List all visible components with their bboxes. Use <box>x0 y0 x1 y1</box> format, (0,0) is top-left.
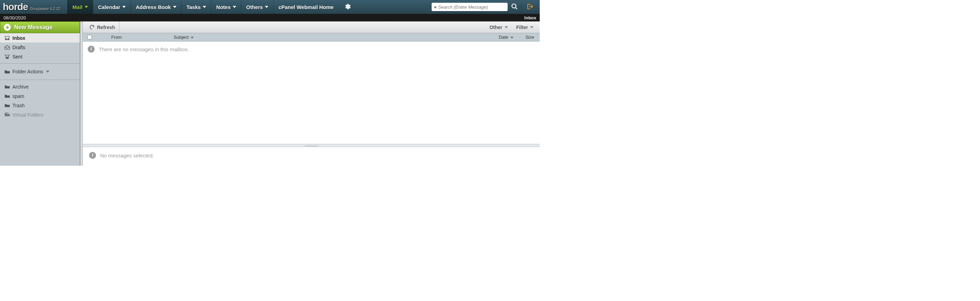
no-selection-text: No messages selected. <box>100 152 154 159</box>
select-all-cell[interactable] <box>83 35 96 40</box>
new-message-button[interactable]: + New Message <box>0 21 80 33</box>
search-button[interactable] <box>508 3 522 11</box>
folder-icon <box>3 94 11 98</box>
nav-item-calendar[interactable]: Calendar <box>93 0 130 14</box>
chevron-down-icon <box>233 6 236 8</box>
sidebar: + New Message Inbox Drafts Sent Folder A… <box>0 21 80 166</box>
nav-label: Tasks <box>186 4 200 10</box>
folder-icon <box>3 85 11 89</box>
chevron-down-icon <box>173 6 177 8</box>
chevron-down-icon <box>191 35 194 40</box>
current-mailbox: Inbox <box>524 15 536 21</box>
column-subject-label: Subject <box>174 35 189 40</box>
sent-icon <box>3 54 11 59</box>
logout-button[interactable] <box>522 3 538 11</box>
search-icon <box>511 3 518 11</box>
folder-actions-button[interactable]: Folder Actions <box>0 66 80 77</box>
chevron-down-icon <box>203 6 206 8</box>
folder-label: Trash <box>13 103 24 108</box>
nav-item-tasks[interactable]: Tasks <box>181 0 211 14</box>
preview-resize-handle[interactable] <box>83 144 540 147</box>
no-selection-notice: i No messages selected. <box>83 147 540 164</box>
nav-label: Calendar <box>98 4 120 10</box>
search-area <box>432 3 540 11</box>
inbox-icon <box>3 36 11 40</box>
empty-mailbox-notice: i There are no messages in this mailbox. <box>83 42 540 57</box>
nav-items: Mail Calendar Address Book Tasks Notes O… <box>67 0 356 14</box>
info-icon: i <box>89 152 96 159</box>
folder-icon <box>3 69 11 74</box>
nav-label: Mail <box>73 4 83 10</box>
sidebar-item-virtual-folders[interactable]: Virtual Folders <box>0 110 80 119</box>
brand-tagline: Groupware 5.2.22 <box>30 6 60 11</box>
drafts-icon <box>3 45 11 50</box>
column-size-label: Size <box>525 35 534 40</box>
info-icon: i <box>88 46 95 53</box>
folder-actions-label: Folder Actions <box>13 69 43 74</box>
chevron-down-icon <box>530 26 533 28</box>
select-all-checkbox[interactable] <box>88 35 92 40</box>
mail-toolbar: Refresh Other Filter <box>83 21 540 33</box>
svg-marker-4 <box>233 6 236 8</box>
svg-marker-14 <box>511 37 514 39</box>
nav-item-cpanel-webmail-home[interactable]: cPanel Webmail Home <box>273 0 339 14</box>
nav-item-address-book[interactable]: Address Book <box>130 0 181 14</box>
nav-item-others[interactable]: Others <box>241 0 273 14</box>
settings-button[interactable] <box>339 0 356 14</box>
svg-marker-2 <box>173 6 177 8</box>
filter-label: Filter <box>516 24 528 30</box>
column-from-label: From <box>111 35 122 40</box>
folder-label: Inbox <box>13 35 25 41</box>
nav-item-notes[interactable]: Notes <box>211 0 241 14</box>
divider <box>0 80 80 80</box>
nav-label: Notes <box>216 4 231 10</box>
folder-label: Sent <box>13 54 22 59</box>
chevron-down-icon <box>46 70 49 73</box>
chevron-down-icon[interactable] <box>434 4 437 10</box>
sidebar-item-spam[interactable]: spam <box>0 91 80 101</box>
column-date-label: Date <box>499 35 508 40</box>
other-label: Other <box>489 24 502 30</box>
divider <box>0 63 80 64</box>
logout-icon <box>526 3 533 11</box>
nav-item-mail[interactable]: Mail <box>67 0 93 14</box>
search-box[interactable] <box>432 3 508 11</box>
plus-icon: + <box>4 24 11 31</box>
svg-marker-12 <box>530 26 533 28</box>
svg-marker-13 <box>191 37 194 39</box>
refresh-label: Refresh <box>97 24 115 30</box>
preview-pane: i No messages selected. <box>83 147 540 166</box>
folder-label: spam <box>13 93 24 99</box>
brand-name: horde <box>3 2 28 13</box>
current-date: 08/30/2020 <box>3 15 26 21</box>
nav-label: Address Book <box>136 4 171 10</box>
column-size[interactable]: Size <box>515 35 540 40</box>
filter-dropdown[interactable]: Filter <box>512 24 538 30</box>
svg-marker-5 <box>265 6 268 8</box>
sidebar-item-trash[interactable]: Trash <box>0 101 80 110</box>
chevron-down-icon <box>265 6 268 8</box>
main-area: + New Message Inbox Drafts Sent Folder A… <box>0 21 540 166</box>
chevron-down-icon <box>84 6 88 8</box>
column-subject[interactable]: Subject <box>170 35 484 40</box>
sidebar-item-archive[interactable]: Archive <box>0 82 80 91</box>
sidebar-item-sent[interactable]: Sent <box>0 52 80 61</box>
svg-rect-10 <box>5 112 9 113</box>
column-date[interactable]: Date <box>484 35 515 40</box>
refresh-button[interactable]: Refresh <box>85 21 119 33</box>
brand-block: horde Groupware 5.2.22 <box>0 2 65 13</box>
primary-folders: Inbox Drafts Sent <box>0 33 80 61</box>
sidebar-resize-handle[interactable] <box>80 21 83 166</box>
column-from[interactable]: From <box>110 35 170 40</box>
folder-label: Archive <box>13 84 29 90</box>
svg-marker-0 <box>84 6 88 8</box>
sidebar-item-inbox[interactable]: Inbox <box>0 33 80 43</box>
other-dropdown[interactable]: Other <box>485 24 512 30</box>
folder-label: Virtual Folders <box>13 112 43 118</box>
search-input[interactable] <box>438 5 506 10</box>
empty-mailbox-text: There are no messages in this mailbox. <box>99 46 189 52</box>
svg-marker-11 <box>504 26 508 28</box>
sidebar-item-drafts[interactable]: Drafts <box>0 43 80 52</box>
content-pane: Refresh Other Filter From Subject <box>83 21 540 166</box>
virtual-folder-icon <box>3 112 11 117</box>
